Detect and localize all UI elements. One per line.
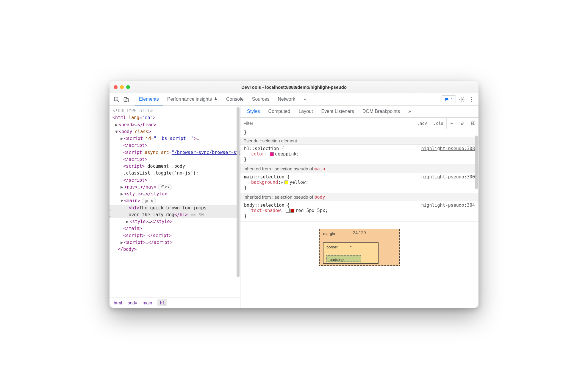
window-minimize-button[interactable] (120, 85, 124, 89)
svg-point-4 (471, 97, 472, 98)
issues-button[interactable]: 1 (442, 95, 456, 103)
rule-source-link[interactable]: highlight-pseudo:300 (421, 174, 475, 180)
styles-filter-input[interactable] (243, 121, 414, 126)
device-toggle-icon[interactable] (121, 93, 131, 105)
css-rule-h1-selection[interactable]: highlight-pseudo:308 h1::selection { col… (240, 145, 478, 165)
crumb-h1[interactable]: h1 (157, 299, 167, 306)
crumb-main[interactable]: main (143, 300, 152, 305)
issues-count: 1 (451, 97, 453, 102)
beaker-icon (214, 97, 218, 102)
color-swatch-icon[interactable] (270, 152, 274, 156)
main-toolbar: Elements Performance insights Console So… (110, 93, 478, 106)
rule-source-link[interactable]: highlight-pseudo:304 (421, 203, 475, 208)
window-title: DevTools - localhost:8080/demo/highlight… (110, 85, 478, 90)
tab-network[interactable]: Network (273, 93, 299, 105)
rule-source-link[interactable]: highlight-pseudo:308 (421, 146, 475, 151)
selected-dom-node[interactable]: <h1>The quick brown fox jumps (110, 205, 238, 211)
breadcrumb: html body main h1 (110, 298, 240, 308)
styles-tab-dom-breakpoints[interactable]: DOM Breakpoints (358, 106, 404, 117)
tabs-overflow[interactable]: » (299, 93, 310, 105)
tab-elements[interactable]: Elements (135, 93, 163, 105)
tab-console[interactable]: Console (222, 93, 248, 105)
css-rule-main-selection[interactable]: highlight-pseudo:300 main::selection { b… (240, 173, 478, 193)
svg-rect-7 (472, 122, 475, 125)
css-rule-body-selection[interactable]: highlight-pseudo:304 body::selection { t… (240, 201, 478, 221)
styles-tab-computed[interactable]: Computed (264, 106, 295, 117)
styles-tab-styles[interactable]: Styles (243, 106, 264, 117)
pseudo-section-header: Pseudo ::selection element (240, 137, 478, 145)
tab-sources[interactable]: Sources (248, 93, 274, 105)
new-style-rule-icon[interactable] (446, 118, 457, 129)
paint-brush-icon[interactable] (457, 118, 468, 129)
svg-rect-1 (124, 97, 127, 101)
styles-toolbar: :hov .cls (240, 118, 478, 129)
layout-badge-grid[interactable]: grid (142, 198, 156, 204)
styles-tab-event-listeners[interactable]: Event Listeners (317, 106, 358, 117)
shadow-swatch-icon[interactable] (286, 209, 290, 213)
dom-scrollbar[interactable] (237, 107, 240, 296)
inspect-icon[interactable] (112, 93, 121, 105)
tab-performance-insights[interactable]: Performance insights (163, 93, 222, 105)
settings-icon[interactable] (457, 93, 467, 105)
cls-toggle[interactable]: .cls (430, 118, 446, 129)
crumb-html[interactable]: html (114, 300, 122, 305)
styles-panel: Styles Computed Layout Event Listeners D… (240, 106, 478, 308)
crumb-body[interactable]: body (127, 300, 137, 305)
svg-point-3 (461, 99, 463, 100)
script-src-link[interactable]: "/browser-sync/browser-sync-client.js?v=… (172, 150, 240, 155)
devtools-window: DevTools - localhost:8080/demo/highlight… (110, 81, 478, 308)
toolbar-separator (133, 96, 133, 103)
styles-rules[interactable]: } Pseudo ::selection element highlight-p… (240, 129, 478, 308)
elements-panel: <!DOCTYPE html> <html lang="en"> ▶<head>… (110, 106, 240, 308)
window-maximize-button[interactable] (126, 85, 130, 89)
svg-point-5 (471, 99, 472, 100)
box-model[interactable]: margin 24.120 border - padding - (240, 221, 478, 266)
titlebar: DevTools - localhost:8080/demo/highlight… (110, 81, 478, 93)
computed-sidebar-icon[interactable] (468, 118, 478, 129)
window-close-button[interactable] (114, 85, 118, 89)
styles-tabs: Styles Computed Layout Event Listeners D… (240, 106, 478, 118)
layout-badge-flex[interactable]: flex (158, 184, 172, 190)
styles-tab-layout[interactable]: Layout (294, 106, 317, 117)
kebab-menu-icon[interactable] (467, 93, 476, 105)
color-swatch-icon[interactable] (290, 209, 294, 213)
styles-tabs-overflow[interactable]: » (404, 106, 415, 117)
panel-tabs: Elements Performance insights Console So… (135, 93, 310, 105)
inherited-section-header-body: Inherited from ::selection pseudo of bod… (240, 193, 478, 201)
hov-toggle[interactable]: :hov (414, 118, 430, 129)
traffic-lights (114, 85, 130, 89)
svg-point-6 (471, 101, 472, 102)
styles-scrollbar[interactable] (475, 130, 478, 231)
inherited-section-header-main: Inherited from ::selection pseudo of mai… (240, 165, 478, 173)
color-swatch-icon[interactable] (284, 181, 288, 184)
doctype-line: <!DOCTYPE html> (112, 108, 153, 113)
dom-tree[interactable]: <!DOCTYPE html> <html lang="en"> ▶<head>… (110, 106, 240, 298)
